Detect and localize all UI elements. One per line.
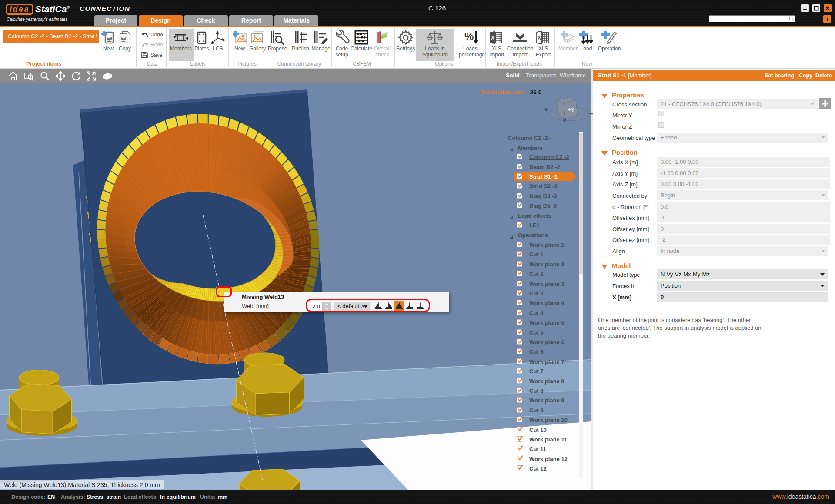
svg-text:%: % bbox=[464, 30, 474, 42]
svg-text:Y: Y bbox=[563, 116, 567, 123]
svg-text:X: X bbox=[538, 35, 541, 41]
svg-text:+Y: +Y bbox=[568, 107, 574, 113]
svg-text:X: X bbox=[491, 35, 494, 41]
svg-text:x: x bbox=[544, 106, 548, 113]
